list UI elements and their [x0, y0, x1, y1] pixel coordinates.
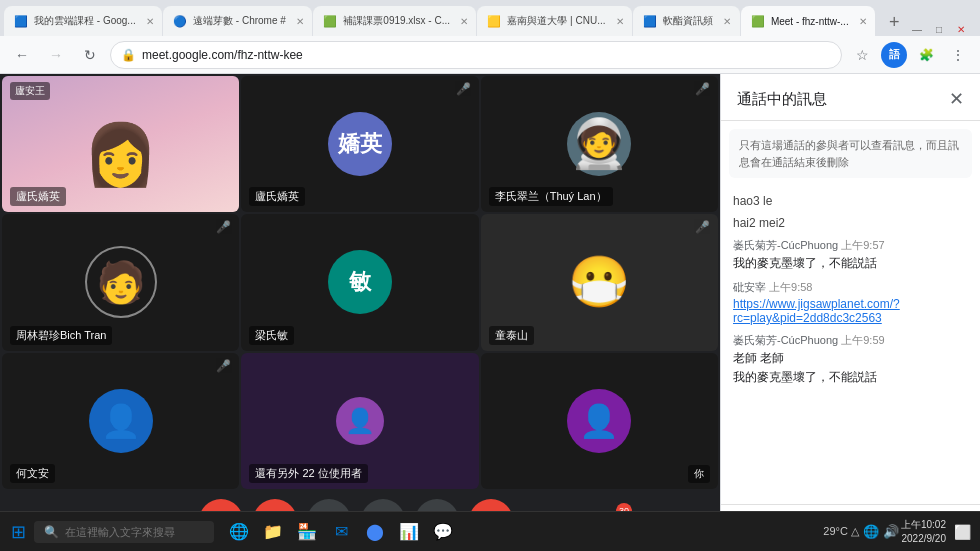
participant-name-7: 何文安 — [10, 464, 55, 483]
maximize-button[interactable]: □ — [932, 22, 946, 36]
chat-notice: 只有這場通話的參與者可以查看訊息，而且訊息會在通話結束後刪除 — [729, 129, 972, 178]
chat-msg-4: 砒安宰 上午9:58 https://www.jigsawplanet.com/… — [733, 280, 968, 325]
tab-2-title: 遠端芽數 - Chrome # — [193, 14, 286, 28]
tab-1[interactable]: 🟦 我的雲端課程 - Goog... ✕ — [4, 6, 162, 36]
window-controls: — □ ✕ — [910, 22, 976, 36]
search-icon: 🔍 — [44, 525, 59, 539]
taskbar-search-input[interactable] — [65, 526, 185, 538]
chat-msg-4-sender: 砒安宰 上午9:58 — [733, 280, 968, 295]
taskbar-edge[interactable]: 🌐 — [224, 517, 254, 547]
tab-6-favicon: 🟩 — [751, 15, 765, 28]
profile-area[interactable]: 語 — [880, 41, 908, 69]
chat-close-button[interactable]: ✕ — [949, 88, 964, 110]
tab-6-title: Meet - fhz-nttw-... — [771, 16, 849, 27]
forward-button[interactable]: → — [42, 41, 70, 69]
participant-name-1: 廬氏嬌英 — [10, 187, 66, 206]
avatar-3: 🧑‍🚀 — [567, 112, 631, 176]
tab-3[interactable]: 🟩 補課課票0919.xlsx - C... ✕ — [313, 6, 476, 36]
taskbar-date-text: 2022/9/20 — [901, 532, 946, 546]
url-bar[interactable]: 🔒 meet.google.com/fhz-nttw-kee — [110, 41, 842, 69]
avatar-5: 敏 — [328, 250, 392, 314]
tab-5-close[interactable]: ✕ — [723, 16, 731, 27]
participant-name-8: 還有另外 22 位使用者 — [249, 464, 367, 483]
chat-msg-3: 崣氏菊芳-CúcPhuong 上午9:57 我的麥克墨壞了，不能説話 — [733, 238, 968, 272]
participant-name-3: 李氏翠兰（Thuý Lan） — [489, 187, 613, 206]
taskbar: ⊞ 🔍 🌐 📁 🏪 ✉ ⬤ 📊 💬 29°C △ 🌐 🔊 上午10:02 202… — [0, 511, 980, 551]
avatar-9: 👤 — [567, 389, 631, 453]
tab-3-favicon: 🟩 — [323, 15, 337, 28]
taskbar-excel[interactable]: 📊 — [394, 517, 424, 547]
chat-msg-5: 崣氏菊芳-CúcPhuong 上午9:59 老師 老師 我的麥克墨壞了，不能説話 — [733, 333, 968, 386]
profile-icon: 語 — [881, 42, 907, 68]
tab-6[interactable]: 🟩 Meet - fhz-nttw-... ✕ — [741, 6, 875, 36]
taskbar-weather[interactable]: 29°C △ — [823, 525, 859, 538]
taskbar-store[interactable]: 🏪 — [292, 517, 322, 547]
start-button[interactable]: ⊞ — [4, 518, 32, 546]
menu-button[interactable]: ⋮ — [944, 41, 972, 69]
chat-msg-4-link[interactable]: https://www.jigsawplanet.com/?rc=play&pi… — [733, 297, 968, 325]
participant-cell-6: 😷 🎤 童泰山 — [481, 214, 718, 350]
chat-header: 通話中的訊息 ✕ — [721, 74, 980, 121]
taskbar-network[interactable]: 🌐 — [863, 524, 879, 539]
you-label: 你 — [688, 465, 710, 483]
participant-name-4: 周林碧珍Bich Tran — [10, 326, 112, 345]
new-tab-button[interactable]: + — [880, 8, 908, 36]
browser-window: 🟦 我的雲端課程 - Goog... ✕ 🔵 遠端芽數 - Chrome # ✕… — [0, 0, 980, 551]
close-button[interactable]: ✕ — [954, 22, 968, 36]
avatar-6: 😷 — [568, 253, 630, 311]
taskbar-time-text: 上午10:02 — [901, 518, 946, 532]
refresh-button[interactable]: ↻ — [76, 41, 104, 69]
chat-msg-5-text: 我的麥克墨壞了，不能説話 — [733, 369, 968, 386]
group-avatar: 👤 — [336, 397, 384, 445]
nav-right: ☆ 語 🧩 ⋮ — [848, 41, 972, 69]
tab-2[interactable]: 🔵 遠端芽數 - Chrome # ✕ — [163, 6, 312, 36]
chat-title: 通話中的訊息 — [737, 90, 827, 109]
tab-4-close[interactable]: ✕ — [616, 16, 624, 27]
taskbar-volume[interactable]: 🔊 — [883, 524, 899, 539]
show-desktop-button[interactable]: ⬜ — [948, 518, 976, 546]
content-area: 👩 廬氏嬌英 廬安王 嬌英 🎤 廬氏嬌英 🧑‍🚀 🎤 李氏翠兰（Thuý Lan… — [0, 74, 980, 551]
participant-name-6: 童泰山 — [489, 326, 534, 345]
tab-4[interactable]: 🟨 嘉南與道大學 | CNU... ✕ — [477, 6, 632, 36]
minimize-button[interactable]: — — [910, 22, 924, 36]
tab-5-favicon: 🟦 — [643, 15, 657, 28]
video-grid: 👩 廬氏嬌英 廬安王 嬌英 🎤 廬氏嬌英 🧑‍🚀 🎤 李氏翠兰（Thuý Lan… — [0, 74, 720, 491]
back-button[interactable]: ← — [8, 41, 36, 69]
chat-msg-plain-2: hai2 mei2 — [733, 216, 968, 230]
tab-5[interactable]: 🟦 軟酯資訊頻 ✕ — [633, 6, 740, 36]
extensions-button[interactable]: 🧩 — [912, 41, 940, 69]
avatar-4: 🧑 — [85, 246, 157, 318]
avatar-7: 👤 — [89, 389, 153, 453]
url-text: meet.google.com/fhz-nttw-kee — [142, 48, 303, 62]
taskbar-search[interactable]: 🔍 — [34, 521, 214, 543]
tab-bar: 🟦 我的雲端課程 - Goog... ✕ 🔵 遠端芽數 - Chrome # ✕… — [0, 0, 980, 36]
participant-cell-2: 嬌英 🎤 廬氏嬌英 — [241, 76, 478, 212]
bookmark-button[interactable]: ☆ — [848, 41, 876, 69]
tab-1-title: 我的雲端課程 - Goog... — [34, 14, 136, 28]
chat-msg-5-sender: 崣氏菊芳-CúcPhuong 上午9:59 — [733, 333, 968, 348]
taskbar-line[interactable]: 💬 — [428, 517, 458, 547]
tab-6-close[interactable]: ✕ — [859, 16, 867, 27]
taskbar-sys-area: 29°C △ 🌐 🔊 — [823, 524, 899, 539]
participant-cell-5: 敏 梁氏敏 — [241, 214, 478, 350]
participant-name-2: 廬氏嬌英 — [249, 187, 305, 206]
participant-cell-3: 🧑‍🚀 🎤 李氏翠兰（Thuý Lan） — [481, 76, 718, 212]
participant-cell-7: 👤 🎤 何文安 — [2, 353, 239, 489]
participant-cell-8: 👤 還有另外 22 位使用者 — [241, 353, 478, 489]
tab-3-title: 補課課票0919.xlsx - C... — [343, 14, 450, 28]
chat-messages: hao3 le hai2 mei2 崣氏菊芳-CúcPhuong 上午9:57 … — [721, 186, 980, 504]
taskbar-mail[interactable]: ✉ — [326, 517, 356, 547]
chat-panel: 通話中的訊息 ✕ 只有這場通話的參與者可以查看訊息，而且訊息會在通話結束後刪除 … — [720, 74, 980, 551]
participant-cell-1: 👩 廬氏嬌英 廬安王 — [2, 76, 239, 212]
taskbar-file[interactable]: 📁 — [258, 517, 288, 547]
chat-msg-5-subtext: 老師 老師 — [733, 350, 968, 367]
self-label: 廬安王 — [10, 82, 50, 100]
tab-4-title: 嘉南與道大學 | CNU... — [507, 14, 605, 28]
tab-1-close[interactable]: ✕ — [146, 16, 154, 27]
taskbar-clock: 上午10:02 2022/9/20 — [901, 518, 946, 546]
tab-2-favicon: 🔵 — [173, 15, 187, 28]
taskbar-chrome[interactable]: ⬤ — [360, 517, 390, 547]
taskbar-pinned-apps: 🌐 📁 🏪 ✉ ⬤ 📊 💬 — [224, 517, 458, 547]
tab-3-close[interactable]: ✕ — [460, 16, 468, 27]
tab-2-close[interactable]: ✕ — [296, 16, 304, 27]
